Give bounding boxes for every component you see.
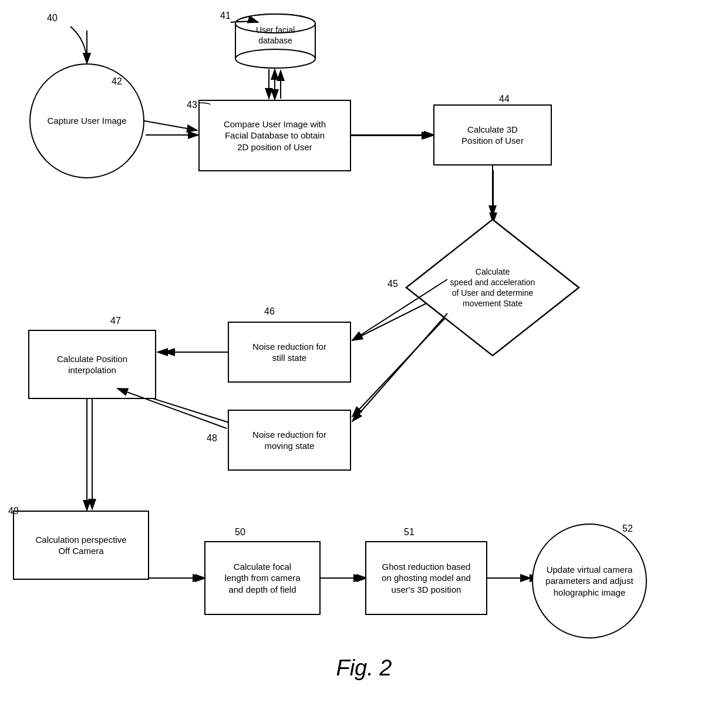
svg-point-5 xyxy=(235,49,315,68)
node-user-facial-database: User facialdatabase xyxy=(234,13,317,69)
label-52: 52 xyxy=(622,523,633,534)
label-40: 40 xyxy=(47,13,58,23)
label-50: 50 xyxy=(235,527,245,538)
label-43: 43 xyxy=(187,100,197,110)
node-capture-user-image: Capture User Image xyxy=(29,63,144,178)
label-47: 47 xyxy=(110,316,121,326)
node-noise-moving: Noise reduction formoving state xyxy=(228,410,351,471)
label-49: 49 xyxy=(8,506,19,516)
db-label: User facialdatabase xyxy=(234,25,317,46)
label-41: 41 xyxy=(220,11,231,21)
label-51: 51 xyxy=(404,527,414,538)
node-calc-3d-position: Calculate 3DPosition of User xyxy=(433,104,552,165)
diamond-text: Calculatespeed and accelerationof User a… xyxy=(444,261,541,315)
node-noise-still: Noise reduction forstill state xyxy=(228,322,351,383)
label-45: 45 xyxy=(387,279,398,289)
figure-caption: Fig. 2 xyxy=(0,656,728,681)
label-48: 48 xyxy=(207,433,217,444)
node-compare-user-image: Compare User Image withFacial Database t… xyxy=(198,100,351,171)
node-calc-speed: Calculatespeed and accelerationof User a… xyxy=(404,217,581,358)
diagram: 40 Capture User Image 42 41 User faciald… xyxy=(0,0,728,692)
node-calc-perspective: Calculation perspectiveOff Camera xyxy=(13,511,149,580)
node-calc-focal: Calculate focallength from cameraand dep… xyxy=(204,541,321,615)
node-ghost-reduction: Ghost reduction basedon ghosting model a… xyxy=(365,541,487,615)
label-46: 46 xyxy=(264,306,275,317)
label-44: 44 xyxy=(499,94,510,104)
node-update-virtual-camera: Update virtual cameraparameters and adju… xyxy=(532,523,647,638)
label-42: 42 xyxy=(112,76,122,87)
node-calc-position-interp: Calculate Positioninterpolation xyxy=(28,330,156,399)
diamond-inner: Calculatespeed and accelerationof User a… xyxy=(404,217,581,358)
